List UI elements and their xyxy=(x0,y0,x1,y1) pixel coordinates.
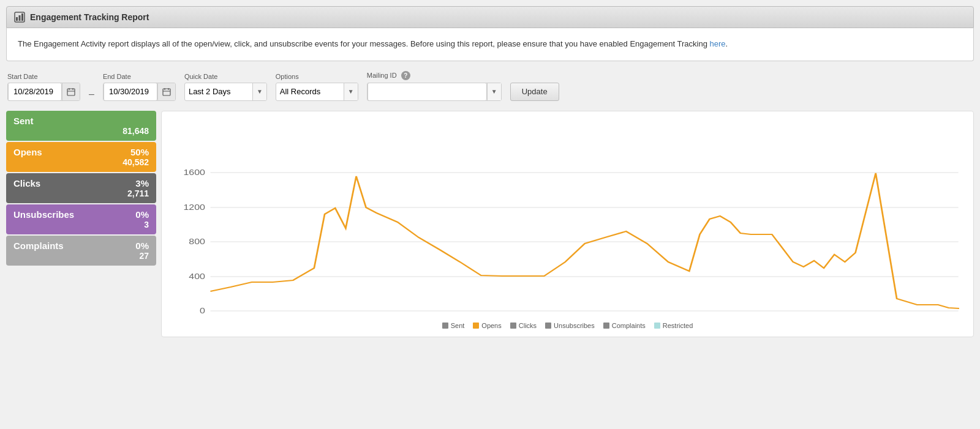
svg-text:10-31 0h: 10-31 0h xyxy=(941,316,966,317)
clicks-legend-dot xyxy=(510,323,516,329)
opens-legend-label: Opens xyxy=(481,322,501,329)
info-text2: . xyxy=(726,39,728,48)
svg-text:10-30 0h: 10-30 0h xyxy=(692,316,727,317)
mailing-id-group: Mailing ID ? ▼ xyxy=(367,71,502,101)
restricted-legend-dot xyxy=(654,323,660,329)
end-date-input[interactable] xyxy=(104,83,157,101)
complaints-legend-label: Complaints xyxy=(612,322,646,329)
chart-icon xyxy=(14,12,25,23)
chart-panel: 1600 1200 800 400 0 10-28 0h 10-28 12h 1… xyxy=(161,111,974,337)
start-date-calendar-button[interactable] xyxy=(62,83,80,100)
opens-legend-dot xyxy=(473,323,479,329)
end-date-calendar-button[interactable] xyxy=(157,83,175,100)
options-chevron-icon: ▼ xyxy=(344,83,358,100)
update-button[interactable]: Update xyxy=(510,83,559,101)
svg-text:10-29 12h: 10-29 12h xyxy=(565,316,605,317)
svg-rect-4 xyxy=(67,89,75,95)
complaints-label: Complaints xyxy=(13,241,64,251)
chart-container: 1600 1200 800 400 0 10-28 0h 10-28 12h 1… xyxy=(169,121,966,317)
quick-date-label: Quick Date xyxy=(184,73,267,80)
mailing-id-label: Mailing ID ? xyxy=(367,71,502,80)
svg-text:10-28 0h: 10-28 0h xyxy=(192,316,228,317)
legend-clicks: Clicks xyxy=(510,322,537,329)
unsubscribes-label: Unsubscribes xyxy=(13,209,74,220)
legend-unsubscribes: Unsubscribes xyxy=(545,322,595,329)
page-wrapper: Engagement Tracking Report The Engagemen… xyxy=(0,0,980,343)
options-select[interactable]: All Records Opens Clicks Unsubscribes xyxy=(276,83,344,100)
stat-card-sent: Sent 81,648 xyxy=(6,111,156,141)
unsubscribes-pct: 0% xyxy=(135,209,149,220)
stats-panel: Sent 81,648 Opens 50% 40,582 Clicks 3% 2… xyxy=(6,111,156,337)
options-label: Options xyxy=(276,73,358,80)
end-date-group: End Date xyxy=(103,73,176,101)
opens-value: 40,582 xyxy=(13,157,149,167)
main-content: Sent 81,648 Opens 50% 40,582 Clicks 3% 2… xyxy=(6,111,974,337)
legend-sent: Sent xyxy=(442,322,465,329)
opens-pct: 50% xyxy=(130,147,149,157)
sent-legend-dot xyxy=(442,323,448,329)
mailing-id-chevron-icon: ▼ xyxy=(487,83,501,100)
clicks-label: Clicks xyxy=(13,178,40,188)
stat-card-opens: Opens 50% 40,582 xyxy=(6,142,156,172)
restricted-legend-label: Restricted xyxy=(663,322,693,329)
options-select-wrap: All Records Opens Clicks Unsubscribes ▼ xyxy=(276,83,358,101)
svg-rect-8 xyxy=(163,89,170,95)
line-chart: 1600 1200 800 400 0 10-28 0h 10-28 12h 1… xyxy=(169,121,966,317)
svg-text:800: 800 xyxy=(189,237,205,245)
date-separator: – xyxy=(89,89,94,100)
svg-text:400: 400 xyxy=(189,272,205,280)
info-text1: The Engagement Activity report displays … xyxy=(18,39,709,48)
svg-text:10-29 0h: 10-29 0h xyxy=(442,316,478,317)
page-title: Engagement Tracking Report xyxy=(30,12,149,22)
stat-card-unsubscribes: Unsubscribes 0% 3 xyxy=(6,204,156,234)
end-date-label: End Date xyxy=(103,73,176,80)
quick-date-group: Quick Date Last 2 Days Last 7 Days Last … xyxy=(184,73,267,101)
svg-text:10-28 12h: 10-28 12h xyxy=(315,316,355,317)
quick-date-select-wrap: Last 2 Days Last 7 Days Last 30 Days Cus… xyxy=(184,83,267,101)
svg-text:10-30 12h: 10-30 12h xyxy=(814,316,854,317)
opens-label: Opens xyxy=(13,147,42,157)
unsubscribes-legend-dot xyxy=(545,323,551,329)
info-link[interactable]: here xyxy=(709,39,725,48)
title-bar: Engagement Tracking Report xyxy=(6,6,974,28)
svg-rect-2 xyxy=(19,15,21,21)
start-date-input-wrap xyxy=(7,83,80,101)
sent-label: Sent xyxy=(13,116,34,126)
sent-value: 81,648 xyxy=(13,126,149,136)
opens-line xyxy=(211,173,959,308)
mailing-id-help-icon[interactable]: ? xyxy=(401,71,410,80)
complaints-value: 27 xyxy=(13,251,149,261)
clicks-pct: 3% xyxy=(135,178,149,188)
unsubscribes-legend-label: Unsubscribes xyxy=(554,322,595,329)
end-date-input-wrap xyxy=(103,83,176,101)
svg-text:1200: 1200 xyxy=(183,203,205,211)
sent-legend-label: Sent xyxy=(451,322,465,329)
unsubscribes-value: 3 xyxy=(13,220,149,229)
svg-text:0: 0 xyxy=(200,306,205,315)
start-date-label: Start Date xyxy=(7,73,80,80)
svg-rect-1 xyxy=(16,17,18,21)
svg-rect-3 xyxy=(21,13,23,21)
stat-card-clicks: Clicks 3% 2,711 xyxy=(6,173,156,203)
chart-legend: Sent Opens Clicks Unsubscribes Complaint… xyxy=(169,322,966,329)
start-date-input[interactable] xyxy=(8,83,62,101)
clicks-legend-label: Clicks xyxy=(519,322,537,329)
start-date-group: Start Date xyxy=(7,73,80,101)
clicks-value: 2,711 xyxy=(13,188,149,198)
legend-restricted: Restricted xyxy=(654,322,693,329)
filters-row: Start Date – End Date xyxy=(6,71,974,101)
stat-card-complaints: Complaints 0% 27 xyxy=(6,236,156,266)
complaints-pct: 0% xyxy=(135,241,149,251)
legend-complaints: Complaints xyxy=(603,322,646,329)
mailing-id-input-wrap: ▼ xyxy=(367,83,502,101)
svg-text:1600: 1600 xyxy=(183,168,205,176)
info-box: The Engagement Activity report displays … xyxy=(6,28,974,61)
legend-opens: Opens xyxy=(473,322,501,329)
mailing-id-input[interactable] xyxy=(368,83,487,101)
quick-date-select[interactable]: Last 2 Days Last 7 Days Last 30 Days Cus… xyxy=(185,83,252,100)
complaints-legend-dot xyxy=(603,323,609,329)
quick-date-chevron-icon: ▼ xyxy=(252,83,266,100)
options-group: Options All Records Opens Clicks Unsubsc… xyxy=(276,73,358,101)
